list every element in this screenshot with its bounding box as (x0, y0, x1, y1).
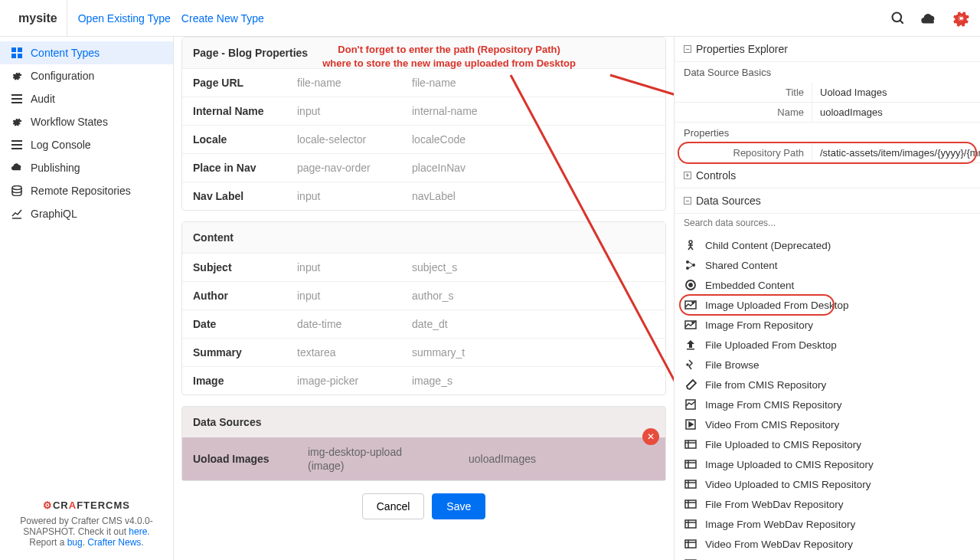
datasource-icon (684, 418, 697, 431)
data-sources-list: Child Content (Deprecated)Shared Content… (675, 232, 980, 560)
datasource-option[interactable]: File from CMIS Repository (675, 375, 980, 395)
datasource-icon (684, 318, 697, 332)
datasource-option[interactable]: Child Content (Deprecated) (675, 235, 980, 255)
svg-line-1 (900, 20, 903, 23)
properties-label: Properties (675, 123, 980, 143)
field-var: subject_s (412, 254, 665, 281)
field-var: placeInNav (412, 154, 665, 182)
gear-icon (11, 70, 23, 82)
content-panel: Content Subjectinputsubject_sAuthorinput… (181, 221, 666, 395)
sidebar-item-label: GraphiQL (31, 208, 77, 220)
cancel-button[interactable]: Cancel (362, 493, 425, 519)
datasource-option[interactable]: Video From CMIS Repository (675, 414, 980, 434)
datasource-icon (684, 258, 697, 272)
datasource-icon (684, 517, 697, 531)
field-type: input (297, 254, 412, 281)
svg-point-20 (689, 241, 692, 244)
sidebar-item-remote-repositories[interactable]: Remote Repositories (0, 179, 173, 202)
svg-point-33 (692, 302, 694, 303)
svg-line-28 (689, 262, 692, 264)
search-icon[interactable] (890, 10, 906, 27)
field-var: navLabel (412, 182, 665, 210)
field-row[interactable]: Nav LabelinputnavLabel (182, 182, 665, 210)
datasource-option[interactable]: Image From CMIS Repository (675, 395, 980, 414)
field-row[interactable]: Summarytextareasummary_t (182, 339, 665, 367)
datasource-option[interactable]: Embedded Content (675, 275, 980, 295)
datasource-icon (684, 298, 697, 312)
field-var: localeCode (412, 126, 665, 153)
datasource-option[interactable]: File Uploaded From Desktop (675, 335, 980, 355)
field-row[interactable]: Authorinputauthor_s (182, 282, 665, 310)
datasource-icon (684, 477, 697, 491)
publish-cloud-icon[interactable] (920, 10, 937, 27)
svg-point-26 (686, 267, 689, 270)
datasource-option[interactable]: Image From WebDav Repository (675, 514, 980, 534)
field-row[interactable]: Internal Nameinputinternal-name (182, 97, 665, 126)
sidebar-item-content-types[interactable]: Content Types (0, 41, 173, 64)
field-row[interactable]: Subjectinputsubject_s (182, 254, 665, 282)
field-type: locale-selector (297, 126, 412, 153)
field-row[interactable]: Localelocale-selectorlocaleCode (182, 126, 665, 154)
datasource-option[interactable]: Image From Repository (675, 315, 980, 335)
gear-icon (11, 116, 23, 128)
name-value[interactable]: uoloadImages (812, 103, 980, 122)
field-row[interactable]: Place in Navpage-nav-orderplaceInNav (182, 154, 665, 182)
title-value[interactable]: Uoload Images (812, 83, 980, 102)
datasource-option[interactable]: File From WebDav Repository (675, 494, 980, 514)
datasource-label: Video From WebDav Repository (705, 539, 853, 550)
field-type: image-picker (297, 367, 412, 395)
datasource-icon (684, 497, 697, 511)
svg-line-23 (691, 247, 693, 250)
properties-panel: − Properties Explorer Data Source Basics… (674, 37, 980, 560)
delete-icon[interactable]: ✕ (642, 428, 659, 445)
controls-header[interactable]: + Controls (675, 163, 980, 188)
field-row[interactable]: Datedate-timedate_dt (182, 310, 665, 339)
datasource-option[interactable]: File Uploaded to CMIS Repository (675, 434, 980, 454)
open-existing-type[interactable]: Open Existing Type (78, 12, 171, 25)
sidebar-item-publishing[interactable]: Publishing (0, 156, 173, 179)
sidebar-item-graphiql[interactable]: GraphiQL (0, 202, 173, 225)
news-link[interactable]: Crafter News (87, 537, 141, 548)
sidebar-item-label: Log Console (31, 139, 91, 151)
datasource-row[interactable]: Uoload Images img-desktop-upload (image)… (182, 437, 665, 480)
datasource-option[interactable]: File Uploaded to WebDav Repository (675, 554, 980, 560)
sidebar-item-configuration[interactable]: Configuration (0, 64, 173, 87)
svg-rect-5 (18, 47, 22, 52)
sidebar-item-workflow-states[interactable]: Workflow States (0, 110, 173, 133)
datasource-icon (684, 238, 697, 252)
datasource-icon (684, 557, 697, 560)
sidebar-item-log-console[interactable]: Log Console (0, 133, 173, 156)
field-label: Locale (182, 126, 297, 153)
field-type: textarea (297, 339, 412, 366)
svg-text:C: C (959, 15, 964, 22)
title-row: Title Uoload Images (675, 83, 980, 103)
datasource-option[interactable]: Image Uploaded to CMIS Repository (675, 454, 980, 474)
here-link[interactable]: here (129, 526, 147, 537)
sidebar-item-audit[interactable]: Audit (0, 87, 173, 110)
datasource-option[interactable]: Image Uploaded From Desktop (675, 295, 980, 315)
settings-gear-icon[interactable]: C (951, 8, 971, 28)
datasource-label: File from CMIS Repository (705, 379, 826, 391)
data-sources-header[interactable]: − Data Sources (675, 188, 980, 213)
datasource-label: File Uploaded From Desktop (705, 339, 837, 351)
field-row[interactable]: Imageimage-pickerimage_s (182, 367, 665, 395)
site-name[interactable]: mysite (9, 0, 67, 36)
create-new-type[interactable]: Create New Type (181, 12, 264, 25)
properties-explorer-header[interactable]: − Properties Explorer (675, 37, 980, 61)
field-row[interactable]: Page URLfile-namefile-name (182, 69, 665, 97)
panel-header: Data Sources (182, 407, 665, 437)
repository-path-value[interactable]: /static-assets/item/images/{yyyy}/{mm}/{… (812, 143, 980, 162)
save-button[interactable]: Save (432, 493, 485, 519)
cloud-icon (11, 162, 23, 174)
chart-icon (11, 208, 23, 220)
bug-link[interactable]: bug (67, 537, 83, 548)
search-datasources-input[interactable] (675, 214, 980, 232)
datasource-option[interactable]: Shared Content (675, 255, 980, 275)
datasource-label: Shared Content (705, 260, 778, 271)
field-var: image_s (412, 367, 665, 395)
datasource-icon (684, 437, 697, 451)
datasource-option[interactable]: File Browse (675, 355, 980, 375)
list-icon (11, 93, 23, 105)
datasource-option[interactable]: Video From WebDav Repository (675, 534, 980, 554)
datasource-option[interactable]: Video Uploaded to CMIS Repository (675, 474, 980, 494)
